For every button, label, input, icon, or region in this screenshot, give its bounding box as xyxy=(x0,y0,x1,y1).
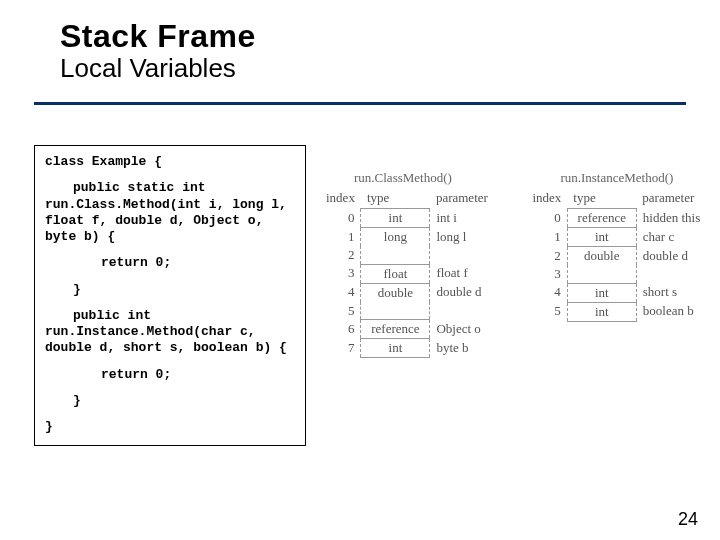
stack-table: index type parameter 0referencehidden th… xyxy=(526,190,720,322)
right-stack: run.InstanceMethod() index type paramete… xyxy=(526,170,720,358)
table-row: 3floatfloat f xyxy=(320,264,516,283)
title-sub: Local Variables xyxy=(60,53,660,84)
title-main: Stack Frame xyxy=(60,18,660,55)
table-row: 2doubledouble d xyxy=(526,247,720,266)
table-row: 2 xyxy=(320,246,516,264)
table-row: 5intboolean b xyxy=(526,302,720,321)
stack-table: index type parameter 0intint i 1longlong… xyxy=(320,190,516,358)
method-title: run.InstanceMethod() xyxy=(526,170,720,186)
code-line: } xyxy=(45,419,295,435)
table-row: 5 xyxy=(320,302,516,320)
title-area: Stack Frame Local Variables xyxy=(60,18,660,84)
table-row: 4intshort s xyxy=(526,283,720,302)
table-row: 1intchar c xyxy=(526,228,720,247)
col-param: parameter xyxy=(430,190,517,209)
table-row: 0referencehidden this xyxy=(526,209,720,228)
table-row: 7intbyte b xyxy=(320,339,516,358)
code-box: class Example { public static int run.Cl… xyxy=(34,145,306,446)
table-row: 3 xyxy=(526,265,720,283)
table-header: index type parameter xyxy=(320,190,516,209)
table-row: 0intint i xyxy=(320,209,516,228)
diagram: run.ClassMethod() index type parameter 0… xyxy=(320,170,700,358)
method-title: run.ClassMethod() xyxy=(320,170,516,186)
code-line: run.Class.Method(int i, long l, float f,… xyxy=(45,197,295,246)
code-line: return 0; xyxy=(101,367,295,383)
divider xyxy=(34,102,686,105)
code-line: public static int xyxy=(73,180,295,196)
col-type: type xyxy=(361,190,430,209)
code-line: run.Instance.Method(char c, double d, sh… xyxy=(45,324,295,357)
col-type: type xyxy=(567,190,636,209)
col-index: index xyxy=(320,190,361,209)
code-line: public int xyxy=(73,308,295,324)
table-row: 4doubledouble d xyxy=(320,283,516,302)
col-param: parameter xyxy=(636,190,720,209)
code-line: } xyxy=(73,282,295,298)
code-line: return 0; xyxy=(101,255,295,271)
code-line: class Example { xyxy=(45,154,295,170)
col-index: index xyxy=(526,190,567,209)
left-stack: run.ClassMethod() index type parameter 0… xyxy=(320,170,516,358)
table-row: 1longlong l xyxy=(320,228,516,247)
code-line: } xyxy=(73,393,295,409)
page-number: 24 xyxy=(678,509,698,530)
table-header: index type parameter xyxy=(526,190,720,209)
slide: Stack Frame Local Variables class Exampl… xyxy=(0,0,720,540)
table-row: 6referenceObject o xyxy=(320,320,516,339)
